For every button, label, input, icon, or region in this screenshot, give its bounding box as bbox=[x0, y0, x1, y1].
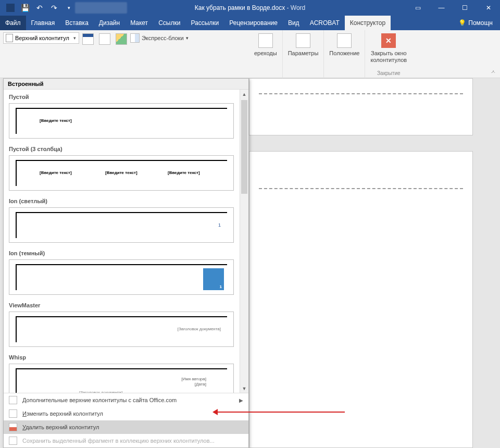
close-hf-label1: Закрыть окно bbox=[371, 50, 407, 57]
tab-home[interactable]: Главная bbox=[26, 16, 60, 30]
menu-edit-label: Изменить верхний колонтитул bbox=[22, 410, 103, 417]
header-dropdown[interactable]: Верхний колонтитул bbox=[3, 32, 79, 44]
placeholder-doc-title: [Заголовок документа] bbox=[79, 390, 122, 393]
placeholder-date: [Дата] bbox=[181, 382, 206, 387]
tab-references[interactable]: Ссылки bbox=[153, 16, 185, 30]
placeholder-author-date: [Имя автора] [Дата] bbox=[181, 377, 206, 387]
menu-remove-label: Удалить верхний колонтитул bbox=[22, 424, 99, 430]
tab-mailings[interactable]: Рассылки bbox=[185, 16, 224, 30]
params-icon bbox=[296, 33, 310, 48]
preset-viewmaster[interactable]: [Заголовок документа] bbox=[9, 312, 234, 347]
ribbon: Верхний колонтитул Экспресс-блоки ▾ ерех… bbox=[0, 30, 500, 78]
redo-icon[interactable]: ↷ bbox=[48, 2, 60, 14]
tab-designer[interactable]: Конструктор bbox=[345, 16, 391, 30]
ribbon-left: Верхний колонтитул Экспресс-блоки ▾ bbox=[0, 30, 249, 78]
tab-view[interactable]: Вид bbox=[283, 16, 305, 30]
edit-icon bbox=[9, 409, 17, 418]
title-bar: 💾 ↶ ↷ ▾ Как убрать рамки в Ворде.docx - … bbox=[0, 0, 500, 16]
preset-ion-light-label: Ion (светлый) bbox=[4, 194, 239, 206]
annotation-arrow bbox=[215, 412, 345, 413]
menu-remove-header[interactable]: Удалить верхний колонтитул bbox=[4, 420, 248, 434]
chevron-right-icon: ▶ bbox=[239, 397, 243, 403]
gallery-content: Пустой [Введите текст] Пустой (3 столбца… bbox=[4, 90, 248, 393]
tab-layout[interactable]: Макет bbox=[125, 16, 153, 30]
document-info-icon[interactable] bbox=[99, 33, 110, 45]
remove-icon bbox=[9, 423, 17, 431]
header-boundary-dashed bbox=[259, 93, 463, 94]
placeholder-text: [Введите текст] bbox=[168, 170, 200, 175]
document-page-2[interactable] bbox=[249, 151, 473, 448]
tab-design[interactable]: Дизайн bbox=[94, 16, 125, 30]
collapse-ribbon-icon[interactable]: ㅅ bbox=[491, 68, 496, 76]
minimize-icon[interactable]: — bbox=[430, 0, 453, 16]
preset-empty-label: Пустой bbox=[4, 90, 239, 102]
group-params[interactable]: Параметры bbox=[283, 30, 324, 78]
tell-me[interactable]: 💡 Помощн bbox=[451, 16, 500, 30]
office-icon bbox=[9, 396, 17, 404]
maximize-icon[interactable]: ☐ bbox=[453, 0, 477, 16]
save-selection-icon bbox=[9, 437, 17, 445]
menu-save-label: Сохранить выделенный фрагмент в коллекци… bbox=[22, 438, 215, 444]
preset-whisp[interactable]: [Имя автора] [Дата] [Заголовок документа… bbox=[9, 364, 234, 393]
preset-empty[interactable]: [Введите текст] bbox=[9, 103, 234, 139]
tab-acrobat[interactable]: ACROBAT bbox=[305, 16, 345, 30]
preset-empty3-label: Пустой (3 столбца) bbox=[4, 142, 239, 154]
page-number: 1 bbox=[220, 284, 222, 289]
document-page-1[interactable] bbox=[249, 78, 473, 135]
qa-customize-icon[interactable]: ▾ bbox=[63, 2, 75, 14]
ribbon-tabs: Файл Главная Вставка Дизайн Макет Ссылки… bbox=[0, 16, 500, 30]
gallery-menu: Дополнительные верхние колонтитулы с сай… bbox=[4, 393, 248, 447]
close-hf-icon: ✕ bbox=[381, 33, 396, 48]
group-transitions[interactable]: ереходы bbox=[249, 30, 283, 78]
position-label: Положение bbox=[329, 50, 359, 57]
preset-viewmaster-label: ViewMaster bbox=[4, 298, 239, 310]
tab-review[interactable]: Рецензирование bbox=[224, 16, 283, 30]
header-boundary-dashed bbox=[259, 188, 463, 189]
preset-ion-light[interactable]: 1 bbox=[9, 207, 234, 243]
menu-save-selection: Сохранить выделенный фрагмент в коллекци… bbox=[4, 434, 248, 447]
scrollbar-thumb[interactable] bbox=[241, 100, 247, 194]
preset-empty3[interactable]: [Введите текст] [Введите текст] [Введите… bbox=[9, 155, 234, 191]
closing-group-label: Закрытие bbox=[377, 70, 400, 76]
close-icon[interactable]: ✕ bbox=[477, 0, 500, 16]
menu-more-office[interactable]: Дополнительные верхние колонтитулы с сай… bbox=[4, 393, 248, 407]
lightbulb-icon: 💡 bbox=[458, 19, 466, 27]
page-number: 1 bbox=[218, 222, 221, 228]
undo-icon[interactable]: ↶ bbox=[33, 2, 46, 14]
tab-insert[interactable]: Вставка bbox=[60, 16, 94, 30]
group-position[interactable]: Положение bbox=[324, 30, 365, 78]
tab-file[interactable]: Файл bbox=[0, 16, 26, 30]
preset-ion-dark-label: Ion (темный) bbox=[4, 246, 239, 258]
account-area[interactable] bbox=[75, 2, 127, 14]
gallery-scrollbar[interactable]: ▲ ▼ bbox=[240, 90, 248, 393]
save-icon[interactable]: 💾 bbox=[19, 2, 31, 14]
menu-more-office-label: Дополнительные верхние колонтитулы с сай… bbox=[22, 397, 177, 403]
preset-whisp-label: Whisp bbox=[4, 350, 239, 363]
position-icon bbox=[337, 33, 352, 48]
document-name: Как убрать рамки в Ворде.docx bbox=[195, 4, 285, 11]
window-title: Как убрать рамки в Ворде.docx - Word bbox=[195, 4, 306, 11]
gallery-scroll-area: Пустой [Введите текст] Пустой (3 столбца… bbox=[4, 90, 248, 393]
quick-parts-icon bbox=[130, 33, 140, 43]
svg-rect-0 bbox=[6, 4, 15, 12]
ion-dark-block: 1 bbox=[203, 268, 224, 290]
picture-icon[interactable] bbox=[116, 33, 127, 45]
gallery-section-builtin: Встроенный bbox=[4, 79, 248, 90]
preset-ion-dark[interactable]: 1 bbox=[9, 259, 234, 295]
date-time-icon[interactable] bbox=[82, 33, 94, 45]
ribbon-options-icon[interactable]: ▭ bbox=[406, 0, 430, 16]
placeholder-doc-title: [Заголовок документа] bbox=[178, 327, 221, 331]
params-label: Параметры bbox=[288, 50, 319, 57]
word-icon[interactable] bbox=[4, 2, 17, 14]
header-dropdown-label: Верхний колонтитул bbox=[15, 35, 69, 41]
transitions-label: ереходы bbox=[254, 50, 277, 57]
placeholder-author: [Имя автора] bbox=[181, 377, 206, 382]
scroll-down-icon[interactable]: ▼ bbox=[240, 384, 248, 393]
quick-parts[interactable]: Экспресс-блоки ▾ bbox=[130, 32, 189, 43]
chevron-down-icon: ▾ bbox=[186, 35, 189, 41]
workspace: Встроенный Пустой [Введите текст] Пустой… bbox=[0, 78, 500, 448]
placeholder-text: [Введите текст] bbox=[40, 170, 72, 175]
app-suffix: - Word bbox=[285, 4, 305, 11]
group-close-hf[interactable]: ✕ Закрыть окно колонтитулов Закрытие bbox=[365, 30, 412, 78]
scroll-up-icon[interactable]: ▲ bbox=[240, 90, 248, 98]
